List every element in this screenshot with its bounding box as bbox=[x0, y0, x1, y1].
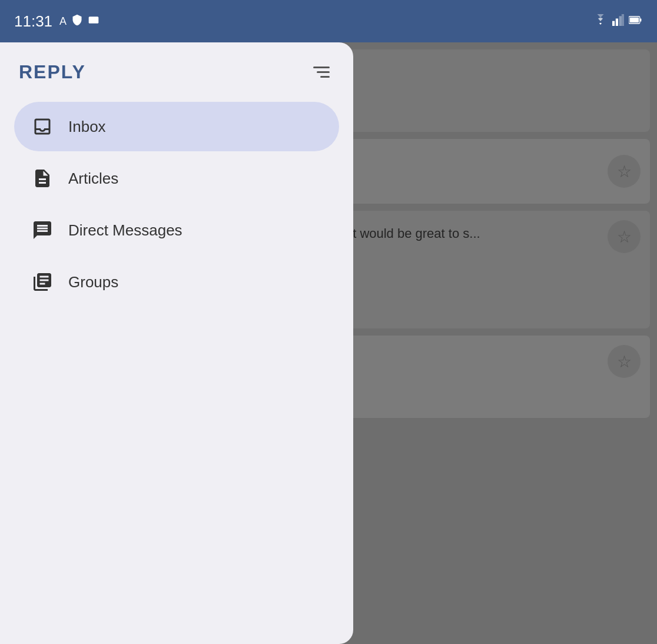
status-icons: A bbox=[59, 14, 99, 29]
shield-icon bbox=[71, 14, 83, 29]
hamburger-line-2 bbox=[317, 71, 330, 73]
articles-icon bbox=[31, 167, 54, 190]
svg-rect-0 bbox=[89, 16, 99, 24]
direct-messages-label: Direct Messages bbox=[68, 221, 182, 240]
svg-rect-1 bbox=[612, 21, 615, 26]
status-time: 11:31 bbox=[14, 12, 52, 31]
nav-item-inbox[interactable]: Inbox bbox=[14, 102, 339, 151]
articles-label: Articles bbox=[68, 170, 118, 188]
svg-rect-3 bbox=[619, 16, 622, 26]
svg-rect-2 bbox=[616, 19, 618, 26]
drawer-title: REPLY bbox=[19, 61, 86, 83]
signal-icon bbox=[612, 14, 624, 28]
main-content: ☆ ☆ ds and was hoping to catch you for a… bbox=[0, 42, 657, 644]
status-right bbox=[593, 14, 643, 28]
notification-icon-a: A bbox=[59, 15, 67, 28]
groups-icon bbox=[31, 270, 54, 294]
hamburger-line-3 bbox=[320, 76, 330, 78]
card-icon bbox=[88, 14, 99, 29]
svg-rect-4 bbox=[622, 14, 624, 26]
inbox-icon bbox=[31, 115, 54, 138]
close-drawer-button[interactable] bbox=[308, 62, 334, 82]
nav-item-articles[interactable]: Articles bbox=[14, 154, 339, 203]
nav-list: Inbox Articles Direct Messages bbox=[14, 102, 339, 307]
hamburger-line-1 bbox=[313, 67, 330, 68]
drawer-header: REPLY bbox=[14, 61, 339, 83]
nav-item-direct-messages[interactable]: Direct Messages bbox=[14, 205, 339, 255]
svg-rect-6 bbox=[640, 18, 642, 21]
inbox-label: Inbox bbox=[68, 118, 106, 136]
groups-label: Groups bbox=[68, 273, 118, 291]
status-bar: 11:31 A bbox=[0, 0, 657, 42]
status-left: 11:31 A bbox=[14, 12, 99, 31]
nav-item-groups[interactable]: Groups bbox=[14, 257, 339, 307]
battery-icon bbox=[629, 14, 643, 28]
svg-rect-7 bbox=[630, 18, 639, 23]
navigation-drawer: REPLY Inbox bbox=[0, 42, 353, 644]
wifi-icon bbox=[593, 14, 608, 28]
messages-icon bbox=[31, 218, 54, 242]
